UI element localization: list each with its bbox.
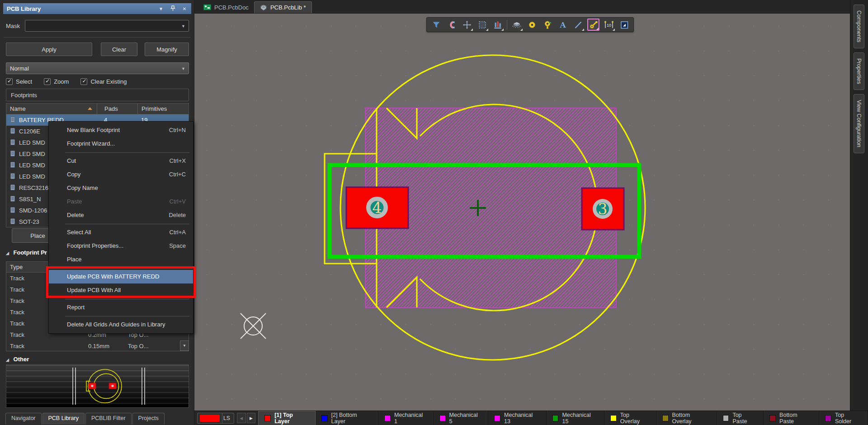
place-pad-icon[interactable] — [526, 19, 538, 31]
pcb-editor-canvas[interactable]: A 10 — [194, 14, 850, 411]
context-menu-item[interactable]: Ctrl+X Cut — [49, 154, 193, 168]
apply-button[interactable]: Apply — [6, 42, 92, 56]
select-area-icon[interactable] — [476, 19, 488, 31]
right-panel-tab[interactable]: Components — [854, 5, 864, 48]
context-menu-item[interactable]: Copy Name — [49, 181, 193, 195]
pcb-library-icon — [260, 5, 267, 11]
view-mode-combobox[interactable]: Normal ▼ — [6, 62, 189, 74]
context-menu-item[interactable]: Update PCB With All — [49, 283, 193, 297]
magnet-snap-icon[interactable] — [445, 19, 458, 31]
panel-tab[interactable]: Projects — [132, 413, 165, 425]
place-line-icon[interactable] — [572, 19, 584, 31]
context-menu-item[interactable] — [65, 152, 189, 153]
menu-label: New Blank Footprint — [67, 127, 120, 133]
embedded-board-icon[interactable] — [618, 19, 630, 31]
primitive-row[interactable]: Track 0.15mm Top O... — [6, 340, 189, 351]
magnify-button[interactable]: Magnify — [145, 42, 189, 56]
layer-tab[interactable]: Bottom Overlay — [656, 411, 717, 425]
layer-color-swatch — [439, 415, 446, 421]
panel-tab[interactable]: PCBLIB Filter — [85, 413, 132, 425]
layer-tab[interactable]: Mechanical 5 — [434, 411, 489, 425]
footprint-icon — [9, 128, 16, 135]
context-menu-item[interactable]: Delete All Grids And Guides in Library — [49, 318, 193, 331]
clear-button[interactable]: Clear — [101, 42, 137, 56]
layer-tab[interactable]: Mechanical 13 — [488, 411, 546, 425]
primitives-scroll-button[interactable]: ▼ — [180, 340, 189, 351]
layer-tab[interactable]: Top Paste — [717, 411, 764, 425]
panel-dropdown-icon[interactable]: ▼ — [158, 6, 164, 11]
menu-label: Update PCB With All — [67, 287, 121, 293]
previous-layer-arrow[interactable]: ◀ — [237, 413, 246, 423]
place-string-icon[interactable]: A — [557, 19, 569, 31]
panel-title: PCB Library — [7, 5, 41, 12]
context-menu-item[interactable]: Space Footprint Properties... — [49, 239, 193, 253]
move-crosshair-icon[interactable] — [461, 19, 473, 31]
place-dimension-icon[interactable]: 10 — [603, 19, 615, 31]
layer-tab[interactable]: [1] Top Layer — [258, 411, 315, 425]
other-section-header[interactable]: ◢ Other — [6, 356, 29, 363]
context-menu-item[interactable]: Ctrl+V Paste — [49, 195, 193, 208]
option-checkbox[interactable]: Clear Existing — [80, 77, 127, 85]
mask-combobox[interactable]: ▼ — [25, 20, 189, 32]
context-menu-item[interactable] — [65, 299, 189, 299]
menu-label: Place — [67, 256, 82, 263]
footprints-table-header[interactable]: Name Pads Primitives — [6, 104, 189, 114]
right-panel-tab[interactable]: View Configuration — [854, 94, 864, 153]
primitive-type-cell: Track — [6, 275, 55, 282]
filter-icon[interactable] — [430, 19, 442, 31]
layer-tab[interactable]: Top Overlay — [604, 411, 656, 425]
right-panel-tab[interactable]: Properties — [854, 52, 864, 90]
context-menu-item[interactable]: Report — [49, 301, 193, 314]
panel-tab[interactable]: PCB Library — [42, 413, 85, 425]
layer-tab[interactable]: Top Solder — [819, 411, 868, 425]
view-mode-value: Normal — [10, 65, 29, 72]
footprint-icon — [9, 218, 16, 225]
option-checkbox[interactable]: Zoom — [44, 77, 69, 85]
place-via-icon[interactable] — [541, 19, 553, 31]
option-checkboxes: Select Zoom Clear Existing — [6, 77, 189, 85]
context-menu-item[interactable]: Footprint Wizard... — [49, 137, 193, 151]
context-menu-item[interactable]: Ctrl+A Select All — [49, 226, 193, 239]
layer-bar: LS ◀ ▶ [1] Top Layer [2] Bottom Layer Me… — [194, 411, 868, 425]
column-name: Name — [6, 104, 97, 114]
pad-3[interactable]: 3 — [582, 188, 624, 230]
next-layer-arrow[interactable]: ▶ — [247, 413, 256, 423]
dropdown-corner-icon — [596, 28, 599, 30]
footprint-primitives-section-header[interactable]: ◢ Footprint Pr — [6, 249, 47, 256]
layer-tab[interactable]: [2] Bottom Layer — [316, 411, 378, 425]
menu-label: Copy — [67, 171, 80, 178]
align-objects-icon[interactable] — [491, 19, 504, 31]
context-menu-item[interactable]: Delete Delete — [49, 208, 193, 222]
tab-pcb-pcbdoc[interactable]: PCB.PcbDoc — [198, 1, 254, 13]
dropdown-corner-icon — [582, 28, 584, 31]
panel-header: PCB Library ▼ ✕ — [3, 3, 191, 14]
layer-tab[interactable]: Bottom Paste — [764, 411, 819, 425]
context-menu-item[interactable]: Ctrl+C Copy — [49, 168, 193, 181]
option-checkbox[interactable]: Select — [6, 77, 32, 85]
footprint-preview[interactable] — [6, 364, 189, 408]
context-menu-item[interactable]: Place — [49, 253, 193, 266]
pad-4[interactable]: 4 — [346, 187, 408, 228]
place-component-icon[interactable] — [510, 19, 523, 31]
panel-tab[interactable]: Navigator — [5, 413, 42, 425]
context-menu-item[interactable] — [65, 268, 189, 269]
layer-color-swatch — [723, 415, 729, 421]
pin-icon[interactable] — [170, 5, 176, 12]
context-menu-item[interactable]: Ctrl+N New Blank Footprint — [49, 123, 193, 137]
menu-shortcut: Ctrl+N — [169, 123, 186, 137]
active-placement-tool-icon[interactable] — [587, 19, 599, 31]
layer-tab[interactable]: Mechanical 1 — [378, 411, 434, 425]
primitive-type-cell: Track — [6, 331, 55, 338]
layer-set-widget[interactable]: LS — [197, 413, 234, 424]
tab-pcb-pcblib[interactable]: PCB.PcbLib * — [254, 1, 312, 13]
layer-tab[interactable]: Mechanical 15 — [547, 411, 604, 425]
layer-color-swatch — [662, 415, 669, 421]
menu-shortcut: Ctrl+A — [170, 226, 186, 239]
mask-label: Mask — [6, 23, 25, 29]
divider — [4, 37, 191, 38]
close-icon[interactable]: ✕ — [181, 6, 188, 11]
context-menu-item[interactable]: Update PCB With BATTERY REDD — [49, 270, 193, 283]
footprint-icon — [9, 173, 16, 180]
context-menu-item[interactable] — [65, 316, 189, 316]
context-menu-item[interactable] — [65, 224, 189, 224]
